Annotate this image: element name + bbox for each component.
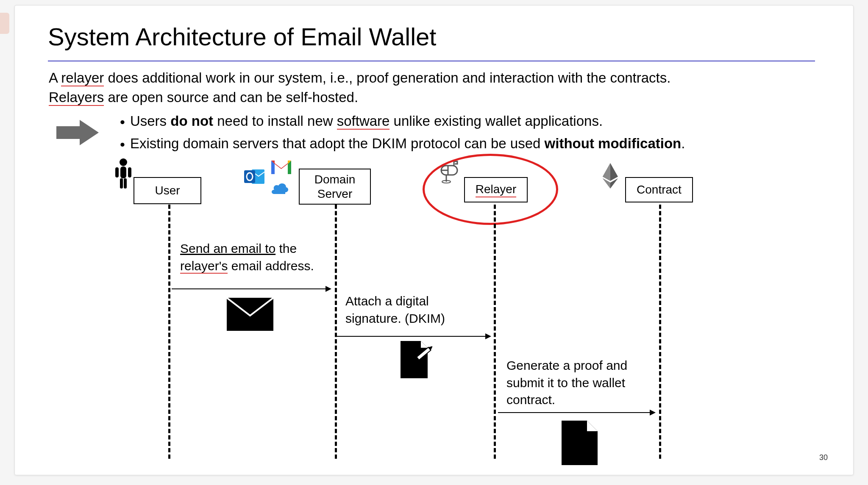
slide-ribbon [0, 13, 9, 34]
highlight-ellipse [423, 154, 558, 225]
sub-b-relayers: Relayers [49, 89, 104, 106]
slide: System Architecture of Email Wallet A re… [14, 5, 854, 475]
sub-a-relayer: relayer [61, 70, 104, 86]
svg-rect-3 [115, 167, 119, 177]
bullet-dot-icon: • [120, 111, 125, 133]
message-3-text: Generate a proof and submit it to the wa… [506, 357, 651, 409]
title-divider [48, 61, 815, 61]
b1-post: unlike existing wallet applications. [389, 113, 603, 129]
gmail-icon [270, 157, 293, 176]
sub-a-post: does additional work in our system, i.e.… [104, 70, 670, 86]
svg-rect-5 [120, 178, 123, 188]
message-2-text: Attach a digital signature. (DKIM) [345, 293, 485, 327]
m1-a: the [275, 241, 297, 255]
actor-contract-box: Contract [625, 177, 693, 202]
person-icon [114, 158, 133, 190]
svg-marker-25 [587, 421, 598, 431]
envelope-icon [227, 298, 273, 331]
cloud-icon [269, 180, 290, 195]
document-sign-icon [401, 341, 432, 380]
actor-user-label: User [155, 183, 180, 198]
m1-relayer: relayer's [180, 259, 228, 274]
lifeline-user [168, 205, 170, 459]
bullet-2: • Existing domain servers that adopt the… [120, 133, 685, 155]
b2-post: . [681, 136, 685, 151]
b2-bold: without modification [545, 136, 682, 151]
svg-point-1 [120, 158, 127, 166]
b1-mid: need to install new [213, 113, 337, 129]
svg-marker-16 [603, 163, 610, 181]
ethereum-icon [602, 163, 619, 188]
document-icon [562, 421, 598, 465]
sub-b-post: are open source and can be self-hosted. [104, 89, 358, 105]
subtitle: A relayer does additional work in our sy… [49, 68, 670, 107]
actor-contract-label: Contract [637, 183, 682, 197]
message-1-arrow [172, 288, 331, 289]
outlook-icon [244, 168, 265, 186]
b2-pre: Existing domain servers that adopt the D… [130, 136, 545, 151]
bullet-dot-icon: • [120, 134, 125, 155]
message-1-text: Send an email to the relayer's email add… [180, 240, 324, 274]
slide-title: System Architecture of Email Wallet [48, 22, 436, 51]
actor-user-box: User [134, 177, 201, 204]
actor-domain-label: Domain Server [300, 172, 370, 201]
arrow-right-icon [56, 120, 99, 145]
m1-u1: Send an email to [180, 241, 275, 255]
sub-a-pre: A [49, 70, 61, 86]
svg-rect-4 [128, 167, 131, 177]
page-number: 30 [819, 453, 828, 462]
svg-marker-0 [56, 120, 99, 145]
message-2-arrow [337, 336, 490, 337]
b1-software: software [337, 113, 390, 130]
bullet-list: • Users do not need to install new softw… [120, 111, 685, 155]
b1-pre: Users [130, 113, 170, 129]
svg-rect-2 [120, 166, 126, 178]
svg-marker-21 [421, 341, 428, 348]
b1-bold: do not [170, 113, 213, 129]
lifeline-relayer [494, 205, 496, 459]
lifeline-domain [335, 205, 337, 459]
actor-domain-box: Domain Server [299, 169, 371, 205]
lifeline-contract [659, 205, 661, 459]
svg-rect-6 [124, 178, 127, 188]
message-3-arrow [498, 412, 655, 413]
m1-b: email address. [228, 259, 314, 273]
bullet-1: • Users do not need to install new softw… [120, 111, 685, 133]
